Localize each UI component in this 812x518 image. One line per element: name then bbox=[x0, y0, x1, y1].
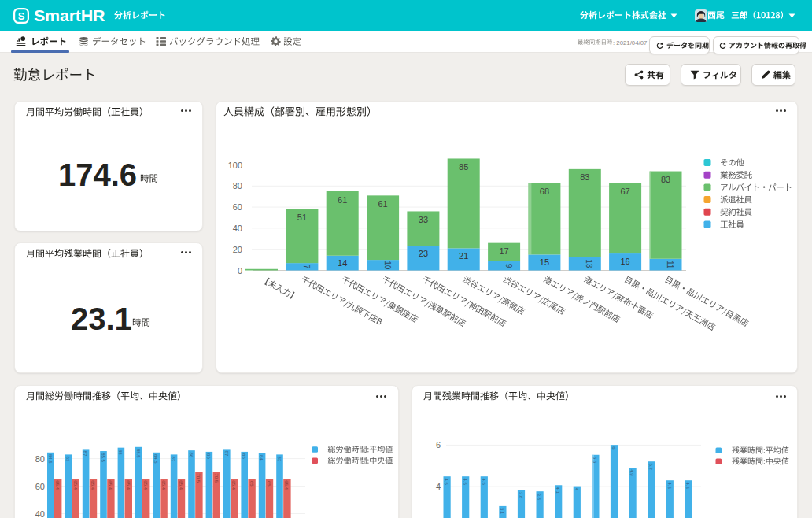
svg-text:33: 33 bbox=[419, 215, 428, 224]
svg-text:65.4: 65.4 bbox=[90, 480, 95, 490]
svg-text:65.4: 65.4 bbox=[161, 480, 166, 490]
svg-text:100: 100 bbox=[228, 161, 242, 170]
svg-text:20: 20 bbox=[233, 245, 242, 254]
svg-text:17: 17 bbox=[499, 246, 508, 256]
svg-text:4.5: 4.5 bbox=[463, 478, 467, 485]
svg-text:3.8: 3.8 bbox=[519, 492, 523, 499]
svg-text:61: 61 bbox=[378, 199, 387, 209]
svg-text:23: 23 bbox=[419, 249, 428, 258]
svg-text:4.5: 4.5 bbox=[444, 478, 448, 485]
svg-text:65.4: 65.4 bbox=[108, 480, 113, 490]
svg-text:S: S bbox=[18, 10, 25, 22]
svg-text:83: 83 bbox=[580, 172, 589, 182]
svg-text:15: 15 bbox=[540, 257, 549, 267]
svg-text:87: 87 bbox=[83, 451, 87, 457]
svg-text:5.2: 5.2 bbox=[648, 463, 653, 470]
svg-text:4.5: 4.5 bbox=[482, 478, 486, 485]
svg-text:4: 4 bbox=[436, 482, 441, 491]
svg-text:40: 40 bbox=[35, 509, 45, 518]
svg-text:65.4: 65.4 bbox=[179, 480, 183, 490]
svg-text:5.5: 5.5 bbox=[592, 457, 597, 464]
svg-text:13: 13 bbox=[585, 259, 593, 268]
svg-text:85: 85 bbox=[206, 453, 211, 459]
svg-text:87: 87 bbox=[224, 451, 229, 457]
svg-text:65.4: 65.4 bbox=[55, 480, 60, 490]
svg-text:83: 83 bbox=[65, 457, 70, 462]
svg-text:21: 21 bbox=[459, 251, 468, 261]
svg-text:61: 61 bbox=[338, 195, 347, 205]
svg-text:60: 60 bbox=[35, 482, 45, 491]
svg-text:70.5: 70.5 bbox=[214, 473, 219, 483]
svg-text:84.5: 84.5 bbox=[153, 454, 158, 464]
svg-text:6: 6 bbox=[436, 440, 441, 450]
svg-text:88.5: 88.5 bbox=[136, 449, 141, 458]
svg-text:7: 7 bbox=[302, 265, 311, 269]
svg-text:51: 51 bbox=[297, 213, 307, 222]
svg-text:4.9: 4.9 bbox=[629, 469, 634, 476]
svg-text:80: 80 bbox=[35, 454, 45, 464]
svg-text:70.5: 70.5 bbox=[196, 473, 201, 483]
svg-text:65.4: 65.4 bbox=[284, 480, 289, 490]
svg-text:84: 84 bbox=[259, 455, 264, 461]
svg-text:80: 80 bbox=[233, 181, 242, 191]
svg-text:4.1: 4.1 bbox=[555, 487, 560, 494]
svg-text:85.5: 85.5 bbox=[101, 453, 105, 462]
svg-text:65.4: 65.4 bbox=[231, 480, 236, 490]
svg-text:40: 40 bbox=[233, 224, 242, 233]
svg-text:3.8: 3.8 bbox=[537, 493, 541, 500]
svg-text:88: 88 bbox=[118, 450, 123, 455]
svg-text:16: 16 bbox=[620, 257, 629, 266]
svg-text:85: 85 bbox=[242, 453, 246, 459]
svg-text:83: 83 bbox=[171, 457, 175, 462]
svg-text:4.3: 4.3 bbox=[685, 482, 690, 489]
svg-text:3.1: 3.1 bbox=[500, 508, 504, 515]
svg-text:65: 65 bbox=[249, 481, 254, 487]
svg-text:65.4: 65.4 bbox=[126, 480, 131, 490]
svg-text:84.5: 84.5 bbox=[48, 454, 53, 464]
svg-text:9: 9 bbox=[504, 264, 513, 268]
svg-text:65.4: 65.4 bbox=[143, 480, 148, 490]
svg-text:4.3: 4.3 bbox=[667, 482, 672, 489]
svg-text:67: 67 bbox=[620, 187, 629, 196]
svg-text:83: 83 bbox=[661, 175, 670, 184]
svg-text:65.4: 65.4 bbox=[73, 480, 78, 490]
svg-text:65: 65 bbox=[267, 481, 271, 487]
svg-text:86: 86 bbox=[189, 452, 194, 457]
svg-text:68: 68 bbox=[540, 187, 549, 196]
svg-text:0: 0 bbox=[238, 266, 242, 276]
svg-text:85: 85 bbox=[459, 162, 468, 172]
svg-text:83: 83 bbox=[277, 457, 282, 462]
svg-text:14: 14 bbox=[338, 258, 347, 268]
svg-text:11: 11 bbox=[666, 261, 674, 269]
svg-text:60: 60 bbox=[233, 202, 242, 212]
svg-text:10: 10 bbox=[383, 261, 392, 270]
